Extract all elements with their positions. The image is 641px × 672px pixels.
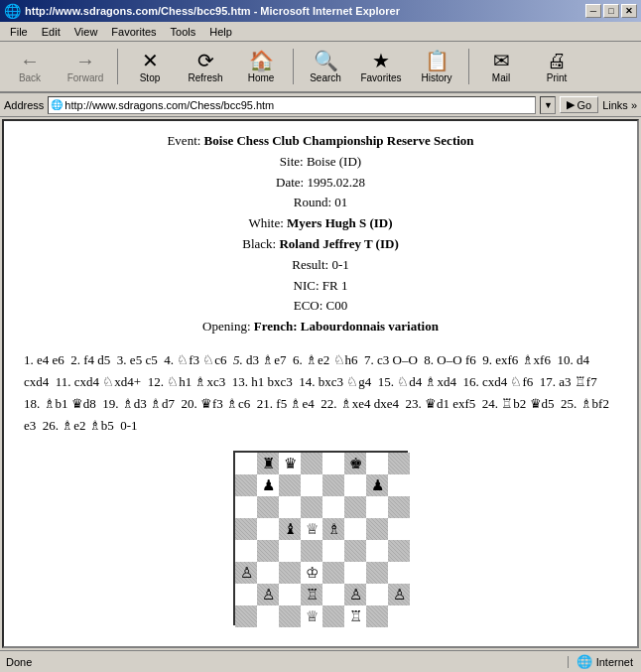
stop-label: Stop [140, 72, 161, 83]
chess-cell [388, 474, 410, 496]
round-label: Round: [294, 195, 335, 209]
links-button[interactable]: Links » [602, 99, 637, 111]
chess-cell: ♕ [301, 605, 322, 627]
chess-cell [257, 562, 279, 584]
menu-file[interactable]: File [4, 24, 34, 40]
site-value: Boise (ID) [307, 154, 361, 169]
home-label: Home [248, 72, 275, 83]
address-input[interactable] [64, 99, 533, 111]
window-title: http://www.sdragons.com/Chess/bcc95.htm … [25, 5, 400, 17]
title-bar-left: 🌐 http://www.sdragons.com/Chess/bcc95.ht… [4, 3, 400, 19]
chess-cell [235, 496, 257, 518]
chess-cell [366, 518, 388, 540]
maximize-button[interactable]: □ [603, 4, 619, 18]
chess-cell [235, 540, 257, 562]
home-button[interactable]: 🏠 Home [235, 44, 287, 89]
close-button[interactable]: ✕ [621, 4, 637, 18]
chess-cell [322, 562, 344, 584]
chess-cell [322, 584, 344, 605]
chess-cell [388, 605, 410, 627]
chess-cell: ♖ [301, 584, 322, 605]
chess-cell [366, 584, 388, 605]
go-label: Go [577, 99, 591, 111]
mail-label: Mail [492, 72, 510, 83]
home-icon: 🏠 [249, 51, 274, 70]
chess-cell [257, 496, 279, 518]
chess-cell [344, 540, 366, 562]
favorites-icon: ★ [372, 51, 390, 70]
chess-board: ♜♛♚♟♟♝♕♗♙♔♙♖♙♙♕♖ [233, 451, 408, 625]
chess-cell [322, 605, 344, 627]
history-button[interactable]: 📋 History [411, 44, 462, 89]
opening-row: Opening: French: Labourdonnais variation [24, 317, 617, 337]
favorites-button[interactable]: ★ Favorites [355, 44, 407, 89]
mail-button[interactable]: ✉ Mail [475, 44, 527, 89]
chess-cell: ♙ [257, 584, 279, 605]
site-row: Site: Boise (ID) [24, 152, 617, 173]
round-row: Round: 01 [24, 193, 617, 213]
chess-cell [301, 474, 322, 496]
eco-row: ECO: C00 [24, 296, 617, 317]
menu-tools[interactable]: Tools [165, 24, 202, 40]
minimize-button[interactable]: ─ [585, 4, 601, 18]
chess-cell [388, 540, 410, 562]
opening-label: Opening: [202, 319, 254, 334]
round-value: 01 [334, 195, 347, 209]
search-button[interactable]: 🔍 Search [300, 44, 351, 89]
event-label: Event: [167, 133, 203, 148]
refresh-button[interactable]: ⟳ Refresh [180, 44, 231, 89]
result-value: 0-1 [331, 257, 348, 272]
chess-cell [366, 496, 388, 518]
chess-cell [366, 540, 388, 562]
refresh-icon: ⟳ [197, 51, 214, 70]
history-icon: 📋 [425, 51, 449, 70]
menu-help[interactable]: Help [203, 24, 238, 40]
ie-icon: 🌐 [4, 3, 21, 19]
chess-cell: ♟ [257, 474, 279, 496]
toolbar: ← Back → Forward ✕ Stop ⟳ Refresh 🏠 Home… [0, 42, 641, 93]
chess-cell [322, 474, 344, 496]
chess-cell [388, 518, 410, 540]
chess-cell [366, 605, 388, 627]
address-dropdown[interactable]: ▼ [540, 96, 556, 114]
chess-cell: ♜ [257, 453, 279, 474]
go-icon: ▶ [567, 98, 575, 111]
chess-cell [322, 453, 344, 474]
forward-button[interactable]: → Forward [60, 44, 111, 89]
title-bar: 🌐 http://www.sdragons.com/Chess/bcc95.ht… [0, 0, 641, 22]
menu-favorites[interactable]: Favorites [105, 24, 162, 40]
status-text: Done [0, 656, 569, 668]
chess-cell [257, 518, 279, 540]
date-value: 1995.02.28 [307, 175, 365, 190]
chess-cell [366, 562, 388, 584]
date-label: Date: [276, 175, 307, 190]
chess-cell [322, 540, 344, 562]
eco-value: C00 [326, 298, 348, 313]
go-button[interactable]: ▶ Go [560, 96, 598, 113]
print-button[interactable]: 🖨 Print [531, 44, 582, 89]
status-bar: Done 🌐 Internet [0, 650, 641, 672]
chess-cell: ♚ [344, 453, 366, 474]
chess-cell: ♙ [388, 584, 410, 605]
stop-button[interactable]: ✕ Stop [124, 44, 176, 89]
nic-value: FR 1 [322, 278, 348, 293]
history-label: History [421, 72, 451, 83]
chess-cell: ♗ [322, 518, 344, 540]
chess-cell [322, 496, 344, 518]
back-button[interactable]: ← Back [4, 44, 56, 89]
chess-cell [366, 453, 388, 474]
chess-cell [388, 453, 410, 474]
chess-cell [301, 453, 322, 474]
chess-cell [279, 605, 301, 627]
menu-edit[interactable]: Edit [36, 24, 66, 40]
chess-cell [279, 540, 301, 562]
chess-cell [388, 562, 410, 584]
print-icon: 🖨 [547, 51, 567, 70]
chess-cell: ♙ [235, 562, 257, 584]
search-icon: 🔍 [314, 51, 338, 70]
menu-view[interactable]: View [68, 24, 104, 40]
result-label: Result: [292, 257, 331, 272]
black-label: Black: [242, 236, 279, 251]
print-label: Print [547, 72, 568, 83]
event-value: Boise Chess Club Championship Reserve Se… [204, 133, 474, 148]
